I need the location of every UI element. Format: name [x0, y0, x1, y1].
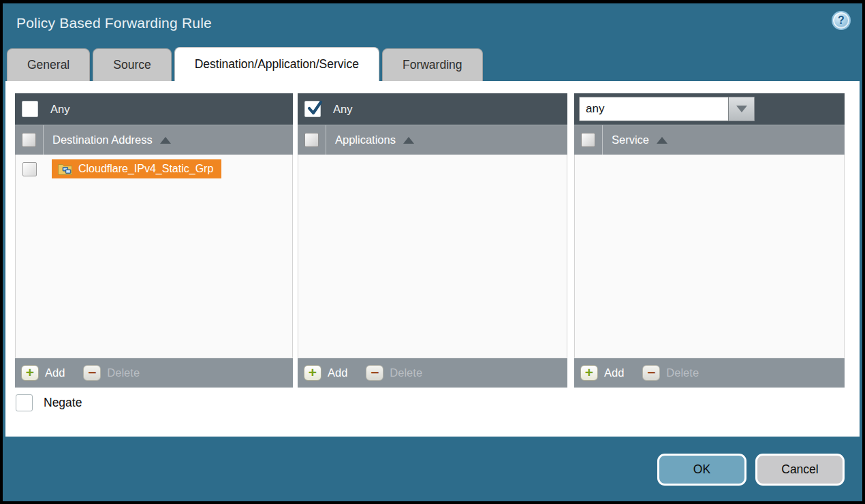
pbf-rule-dialog: Policy Based Forwarding Rule ? General S… [3, 3, 862, 501]
destination-toolbar: + Add − Delete [15, 358, 293, 388]
service-select-all-checkbox[interactable] [581, 133, 595, 147]
negate-label: Negate [44, 396, 82, 410]
help-icon[interactable]: ? [832, 11, 851, 30]
tab-bar: General Source Destination/Application/S… [7, 47, 483, 81]
service-any-bar [574, 93, 845, 125]
plus-icon: + [21, 365, 39, 381]
plus-icon: + [304, 365, 321, 381]
applications-delete-button[interactable]: − Delete [366, 365, 422, 381]
service-dropdown [579, 97, 755, 121]
service-dropdown-input[interactable] [579, 97, 729, 121]
applications-toolbar: + Add − Delete [298, 358, 567, 388]
help-glyph: ? [838, 14, 845, 27]
destination-any-bar: Any [15, 93, 293, 125]
destination-select-all-cell [15, 125, 44, 155]
destination-column: Any Destination Address [15, 93, 293, 388]
destination-list: Cloudflare_IPv4_Static_Grp [15, 155, 293, 358]
negate-checkbox[interactable] [16, 394, 33, 411]
applications-header-row[interactable]: Applications [298, 125, 567, 155]
minus-icon: − [642, 365, 660, 381]
selected-address-group[interactable]: Cloudflare_IPv4_Static_Grp [52, 159, 221, 178]
applications-header-label: Applications [335, 125, 396, 155]
negate-row: Negate [16, 394, 82, 411]
destination-delete-button[interactable]: − Delete [83, 365, 140, 381]
applications-select-all-cell [298, 125, 326, 155]
applications-add-button[interactable]: + Add [304, 365, 347, 381]
destination-list-item[interactable]: Cloudflare_IPv4_Static_Grp [16, 155, 292, 178]
title-bar: Policy Based Forwarding Rule ? [3, 3, 862, 46]
tab-source[interactable]: Source [93, 48, 171, 81]
destination-any-label: Any [50, 103, 69, 116]
applications-any-bar: Any [298, 93, 567, 125]
applications-list [298, 155, 567, 358]
tab-forwarding[interactable]: Forwarding [382, 48, 483, 81]
service-dropdown-button[interactable] [729, 97, 755, 121]
service-list [574, 155, 845, 358]
service-delete-button[interactable]: − Delete [642, 365, 699, 381]
content-panel: Any Destination Address [5, 81, 860, 437]
service-select-all-cell [574, 125, 603, 155]
service-header-row[interactable]: Service [574, 125, 845, 155]
ok-button[interactable]: OK [657, 454, 746, 486]
applications-column: Any Applications + Add − Delete [298, 93, 567, 388]
address-group-icon [58, 162, 72, 175]
minus-icon: − [83, 365, 101, 381]
service-toolbar: + Add − Delete [574, 358, 845, 388]
applications-select-all-checkbox[interactable] [304, 133, 319, 147]
row-checkbox[interactable] [22, 162, 37, 176]
destination-header-row[interactable]: Destination Address [15, 125, 293, 155]
dialog-actions: OK Cancel [657, 454, 845, 486]
check-mark-icon [306, 99, 324, 117]
tab-general[interactable]: General [7, 48, 90, 81]
dialog-title: Policy Based Forwarding Rule [16, 15, 212, 31]
destination-add-button[interactable]: + Add [21, 365, 65, 381]
minus-icon: − [366, 365, 383, 381]
destination-any-checkbox[interactable] [22, 101, 38, 117]
address-group-name: Cloudflare_IPv4_Static_Grp [78, 163, 213, 175]
plus-icon: + [580, 365, 598, 381]
cancel-button[interactable]: Cancel [755, 454, 845, 486]
service-column: Service + Add − Delete [574, 93, 845, 388]
tab-destination-application-service[interactable]: Destination/Application/Service [174, 47, 379, 81]
sort-ascending-icon [160, 137, 171, 144]
destination-header-label: Destination Address [52, 125, 153, 155]
service-add-button[interactable]: + Add [580, 365, 624, 381]
sort-ascending-icon [403, 137, 414, 144]
applications-any-checkbox[interactable] [304, 101, 321, 117]
applications-any-label: Any [333, 103, 352, 116]
destination-select-all-checkbox[interactable] [22, 133, 36, 147]
service-header-label: Service [612, 125, 649, 155]
chevron-down-icon [736, 106, 747, 112]
sort-ascending-icon [657, 137, 667, 144]
